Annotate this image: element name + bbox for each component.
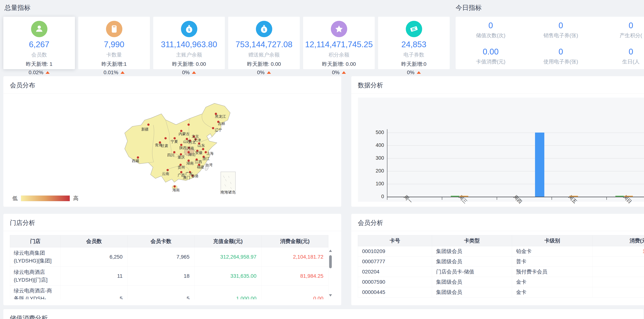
map-province-label: 吉林 [218, 122, 225, 126]
y-axis-line [387, 129, 387, 197]
store-analysis-panel: 门店分析 门店会员数会员卡数充值金额(元)消费金额(元)绿云电商集团 (LYDS… [3, 214, 341, 305]
stat-card[interactable]: $311,140,963.80主账户余额昨天新增: 0.000% [153, 17, 225, 69]
stat-percent: 0.01% [78, 70, 150, 76]
x-axis-label: 周四 [492, 174, 523, 205]
store-table-row: 绿云电商酒店 (LYDSH)[门店]1118331,635.0081,984.2… [10, 266, 328, 286]
gridline [387, 132, 644, 133]
trend-up-icon [120, 71, 124, 74]
divider [351, 93, 644, 94]
store-table-header: 充值金额(元) [194, 235, 262, 248]
today-indicators-title: 今日指标 [456, 3, 482, 12]
total-indicators-title: 总量指标 [4, 3, 30, 12]
map-province-label: 香港 [191, 174, 198, 178]
china-map-canvas[interactable]: 南海诸岛 新疆西藏青海甘肃宁夏内蒙古黑龙江吉林辽宁北京天津山西河北山东陕西河南安… [106, 97, 266, 198]
data-analysis-panel: 数据分析 5004003002001000周一周三周四周五周日 [351, 76, 644, 207]
member-table-header: 消费(元) [593, 235, 644, 246]
member-table-row: 00007590集团级会员金卡 [358, 277, 644, 287]
store-table-cell: 6,250 [60, 248, 128, 266]
today-stat: 0.00卡值消费(元) [456, 43, 526, 69]
store-table-cell: 7,965 [128, 248, 194, 266]
member-table-cell: 00007777 [358, 256, 432, 267]
member-table-cell: 00007590 [358, 277, 432, 287]
x-axis-tick [497, 197, 497, 200]
today-stat-value: 0 [488, 21, 493, 30]
store-table-cell: 绿云电商酒店-商务版 (LYDSH-THEF)[门店] [10, 286, 60, 300]
trend-up-icon [267, 71, 271, 74]
bar-orange [624, 196, 633, 197]
scrollbar-thumb[interactable] [329, 255, 332, 268]
store-table-scrollbar[interactable] [328, 235, 332, 299]
stat-percent: 0% [378, 70, 450, 76]
today-stat-value: 0 [558, 21, 563, 30]
map-province-label: 宁夏 [171, 140, 178, 144]
store-table-header: 门店 [10, 235, 60, 248]
stat-card[interactable]: 6,267会员数昨天新增: 10.02% [3, 17, 75, 69]
map-province-label: 重庆 [178, 155, 185, 159]
map-dot [137, 156, 139, 158]
store-analysis-title: 门店分析 [10, 218, 35, 227]
bar-chart-canvas[interactable]: 5004003002001000周一周三周四周五周日 [358, 98, 644, 202]
map-province-label: 陕西 [179, 146, 186, 150]
stat-card[interactable]: 12,114,471,745.25积分余额昨天新增: 0.000% [303, 17, 375, 69]
member-table-cell: 1 [593, 246, 644, 256]
trend-up-icon [46, 71, 50, 74]
today-stat-label: 卡值消费(元) [476, 58, 506, 65]
map-dot [166, 169, 169, 171]
y-axis-label: 200 [364, 168, 384, 174]
stat-yesterday-delta: 昨天新增:1 [78, 60, 150, 68]
scrollbar-up-icon[interactable] [329, 250, 332, 252]
bar-orange [460, 196, 468, 197]
member-table: 卡号卡类型卡级别消费(元)00010209集团级会员铂金卡100007777集团… [358, 235, 644, 298]
store-table-cell: 18 [128, 266, 194, 286]
stat-label: 积分余额 [303, 51, 375, 58]
stat-value: 24,853 [378, 40, 450, 49]
stat-value: 753,144,727.08 [228, 40, 300, 49]
x-axis-label: 周一 [383, 174, 414, 205]
stat-card[interactable]: 24,853电子券数昨天新增:00% [378, 17, 450, 69]
member-table-row: 00010209集团级会员铂金卡1 [358, 246, 644, 256]
data-analysis-title: 数据分析 [358, 81, 383, 90]
y-axis-label: 500 [364, 130, 384, 135]
member-table-cell [593, 277, 644, 287]
store-table: 门店会员数会员卡数充值金额(元)消费金额(元)绿云电商集团 (LYDSHG)[集… [10, 235, 328, 299]
divider [3, 93, 341, 94]
today-stat: 0生日(人 [596, 43, 644, 69]
trend-up-icon [417, 71, 421, 74]
bar-blue [535, 132, 544, 197]
stat-yesterday-delta: 昨天新增: 0.00 [228, 60, 300, 68]
bar-orange [570, 196, 578, 197]
store-table-header: 消费金额(元) [262, 235, 328, 248]
store-table-cell: 331,635.00 [194, 266, 262, 286]
member-table-header: 卡级别 [512, 235, 593, 246]
member-table-cell: 集团级会员 [432, 246, 512, 256]
today-stat: 0使用电子券(张) [526, 43, 596, 69]
map-province-label: 澳门 [183, 176, 190, 180]
ticket-icon [406, 21, 422, 37]
y-axis-label: 400 [364, 142, 384, 148]
store-table-viewport: 门店会员数会员卡数充值金额(元)消费金额(元)绿云电商集团 (LYDSHG)[集… [10, 235, 332, 299]
member-table-header: 卡号 [358, 235, 432, 246]
stat-yesterday-delta: 昨天新增:0 [378, 60, 450, 68]
member-table-cell [593, 287, 644, 298]
svg-text:$: $ [188, 28, 190, 32]
store-table-cell: 0.00 [262, 286, 328, 300]
stat-card[interactable]: 7,990卡数量昨天新增:10.01% [78, 17, 150, 69]
store-table-row: 绿云电商酒店-商务版 (LYDSH-THEF)[门店]551,000.000.0… [10, 286, 328, 300]
x-axis-label: 周五 [548, 174, 578, 205]
x-axis-tick [442, 197, 442, 200]
scrollbar-down-icon[interactable] [329, 294, 332, 296]
today-stat: 0销售电子券(张) [526, 17, 596, 43]
member-table-row: 00000445集团级会员金卡 [358, 287, 644, 298]
map-province-label: 贵州 [178, 165, 185, 169]
store-table-header: 会员卡数 [128, 235, 194, 248]
stat-label: 赠送账户余额 [228, 51, 300, 58]
store-table-header: 会员数 [60, 235, 128, 248]
member-table-row: 00007777集团级会员普卡 [358, 256, 644, 267]
member-table-cell [593, 267, 644, 277]
map-province-label: 湖北 [188, 152, 196, 156]
map-legend[interactable]: 低 高 [12, 195, 78, 202]
today-stat: 0产生积分( [596, 17, 644, 43]
stat-card[interactable]: $753,144,727.08赠送账户余额昨天新增: 0.000% [228, 17, 300, 69]
map-province-label: 黑龙江 [215, 114, 226, 118]
store-table-cell: 5 [60, 286, 128, 300]
